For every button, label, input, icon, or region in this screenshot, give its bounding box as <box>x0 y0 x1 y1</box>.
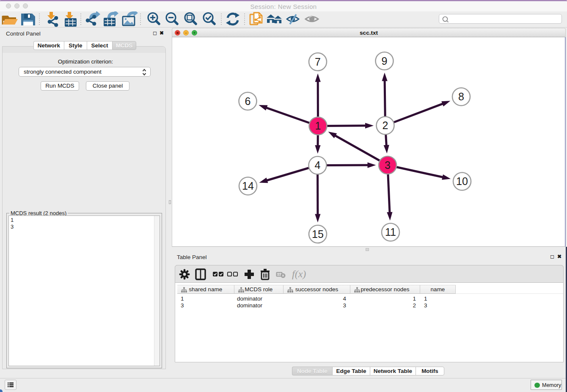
svg-text:3: 3 <box>385 159 391 171</box>
svg-text:6: 6 <box>245 95 251 107</box>
svg-text:14: 14 <box>242 180 254 192</box>
svg-text:9: 9 <box>382 55 388 67</box>
svg-text:15: 15 <box>312 228 324 240</box>
svg-text:4: 4 <box>315 159 321 171</box>
svg-text:7: 7 <box>315 56 321 68</box>
svg-text:1: 1 <box>315 120 321 132</box>
svg-text:2: 2 <box>383 119 388 131</box>
svg-text:11: 11 <box>385 226 396 238</box>
svg-text:f(x): f(x) <box>292 268 306 279</box>
svg-text:8: 8 <box>458 91 464 102</box>
svg-text:10: 10 <box>456 175 468 187</box>
